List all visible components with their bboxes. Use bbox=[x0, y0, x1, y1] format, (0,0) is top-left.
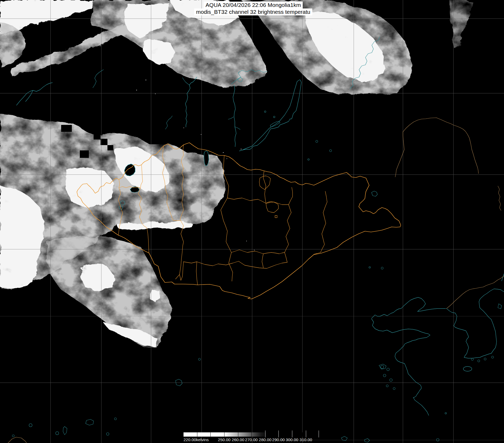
bohai-liaodong-coastline bbox=[372, 297, 446, 318]
colorbar-tick bbox=[306, 431, 306, 437]
colorbar-tick-label: 250.00 bbox=[218, 437, 230, 442]
cloud-fields bbox=[0, 0, 471, 348]
yellow-sea-islands bbox=[379, 304, 502, 441]
colorbar-tick bbox=[251, 431, 252, 437]
korean-peninsula-coastline bbox=[447, 289, 504, 358]
colorbar-unit-label: 220.00kelvins bbox=[184, 437, 209, 442]
khovsgol-lake bbox=[204, 151, 209, 166]
colorbar-tick-label: 310.00 bbox=[299, 437, 312, 442]
title-line-2: modis_BT32 channel 32 brightness tempera… bbox=[194, 9, 312, 15]
jiangsu-coast-tail bbox=[413, 398, 429, 415]
satellite-image-viewport: AQUA 20/04/2026 22:06 Mongolia1km modis_… bbox=[0, 0, 504, 443]
colorbar-tick bbox=[265, 431, 265, 437]
title-line-1: AQUA 20/04/2026 22:06 Mongolia1km bbox=[204, 2, 303, 9]
colorbar-tick-label: 290.00 bbox=[272, 437, 285, 442]
colorbar-tick bbox=[224, 431, 224, 437]
small-river-tuva bbox=[165, 116, 172, 129]
colorbar-tick-label: 280.00 bbox=[259, 437, 271, 442]
cloud-band-west bbox=[11, 25, 125, 75]
shandong-coastline bbox=[372, 319, 430, 398]
cloud-field-north-central-bright3 bbox=[142, 40, 176, 65]
lake-baikal bbox=[239, 80, 301, 151]
upper-center-river-branch bbox=[182, 78, 189, 85]
small-river-upper-left bbox=[93, 70, 103, 88]
colorbar-tick bbox=[197, 431, 197, 437]
jeju-island bbox=[463, 366, 472, 371]
satellite-map-canvas bbox=[0, 0, 504, 443]
coast-fragment-bottom-left bbox=[8, 437, 27, 443]
upper-center-river bbox=[185, 77, 197, 127]
west-reservoir bbox=[16, 83, 52, 105]
border-fragment-right-edge bbox=[498, 186, 501, 210]
russia-china-border bbox=[395, 118, 478, 177]
buir-lake bbox=[372, 191, 377, 196]
coastlines bbox=[372, 274, 504, 441]
colorbar-tick bbox=[319, 431, 319, 437]
colorbar-tick bbox=[210, 431, 211, 437]
colorbar-tick bbox=[292, 431, 292, 437]
china-korea-border bbox=[447, 276, 504, 309]
colorbar-tick bbox=[238, 431, 238, 437]
selenga-river bbox=[233, 85, 236, 147]
title-annotation: AQUA 20/04/2026 22:06 Mongolia1km modis_… bbox=[194, 2, 312, 15]
colorbar-tick-label: 260.00 bbox=[232, 437, 244, 442]
cloud-field-northwest-gray bbox=[0, 21, 25, 66]
colorbar-tick-label: 270.00 bbox=[245, 437, 257, 442]
colorbar-tick bbox=[278, 431, 279, 437]
cloud-streak-topright bbox=[449, 0, 471, 48]
colorbar-tick-label: 300.00 bbox=[286, 437, 298, 442]
